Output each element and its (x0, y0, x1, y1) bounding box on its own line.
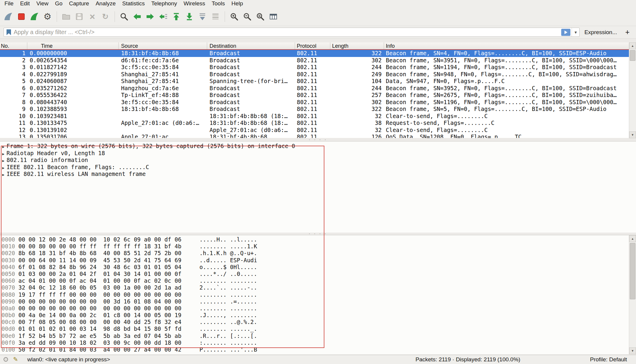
expander-icon[interactable] (0, 164, 7, 171)
detail-item[interactable]: IEEE 802.11 wireless LAN management fram… (0, 171, 636, 178)
scrollbar-thumb[interactable] (630, 50, 635, 61)
close-file-button[interactable]: × (86, 9, 99, 24)
bookmark-icon[interactable] (7, 29, 11, 35)
go-last-button[interactable] (183, 9, 196, 24)
pane-splitter[interactable] (0, 233, 636, 235)
detail-item[interactable]: Frame 1: 322 bytes on wire (2576 bits), … (0, 143, 636, 150)
hex-row[interactable]: 0060ac 04 01 00 00 0f ac 04 01 00 00 0f … (0, 277, 636, 284)
expander-icon[interactable] (0, 150, 7, 157)
hex-row[interactable]: 00f03a ed dd 09 00 10 18 02 03 00 9c 00 … (0, 339, 636, 346)
reload-file-button[interactable]: ↻ (99, 9, 112, 24)
column-header-protocol[interactable]: Protocol (295, 42, 330, 50)
detail-item[interactable]: Radiotap Header v0, Length 18 (0, 150, 636, 157)
column-header-length[interactable]: Length (330, 42, 384, 50)
hex-row[interactable]: 005001 03 00 00 2a 01 04 2f 01 04 30 14 … (0, 271, 636, 277)
scroll-up-button[interactable] (629, 235, 636, 242)
expression-button[interactable]: Expression... (580, 29, 622, 36)
scroll-down-button[interactable] (629, 131, 636, 138)
open-file-button[interactable] (60, 9, 73, 24)
go-forward-button[interactable] (144, 9, 157, 24)
colorize-button[interactable] (209, 9, 222, 24)
hex-row[interactable]: 008019 17 ff ff ff 00 00 00 00 00 00 00 … (0, 291, 636, 298)
hex-row[interactable]: 010050 f2 02 01 01 84 00 03 a4 00 00 27 … (0, 346, 636, 353)
hex-row[interactable]: 00208b 68 18 31 bf 4b 8b 68 40 00 85 51 … (0, 250, 636, 257)
menu-item-telephony[interactable]: Telephony (148, 0, 180, 7)
menu-item-tools[interactable]: Tools (208, 0, 228, 7)
cell-info: Data, SN=947, FN=0, Flags=.p....F.C (384, 78, 629, 85)
detail-item[interactable]: 802.11 radio information (0, 157, 636, 164)
scrollbar-thumb[interactable] (630, 243, 635, 299)
hex-row[interactable]: 00b000 4a 0e 14 00 0a 00 2c 01 c8 00 14 … (0, 312, 636, 319)
menu-item-go[interactable]: Go (52, 0, 66, 7)
packet-row-8[interactable]: 80.0804437403e:f5:cc:0e:35:84Broadcast80… (0, 99, 629, 106)
menu-item-capture[interactable]: Capture (66, 0, 93, 7)
packet-row-2[interactable]: 20.002654354d6:61:fe:cd:7a:6eBroadcast80… (0, 57, 629, 64)
find-packet-button[interactable] (118, 9, 131, 24)
column-header-info[interactable]: Info (384, 42, 629, 50)
apply-filter-button[interactable] (561, 29, 570, 36)
packet-row-12[interactable]: 120.130139102Apple_27:01:ac (d0:a6:…802.… (0, 127, 629, 134)
hex-bytes: 00 00 80 00 00 00 ff ff ff ff ff ff 18 3… (18, 243, 199, 250)
hex-row[interactable]: 007032 04 0c 12 18 60 0b 05 03 00 1a 00 … (0, 284, 636, 291)
packet-row-3[interactable]: 30.0118271423c:f5:cc:0e:35:84Broadcast80… (0, 64, 629, 71)
display-filter-combo[interactable] (4, 28, 580, 37)
capture-options-button[interactable]: ⚙ (41, 9, 54, 24)
hex-row[interactable]: 00406f 01 08 82 84 8b 96 24 30 48 6c 03 … (0, 264, 636, 271)
hex-row[interactable]: 003000 00 64 00 11 14 00 09 45 53 50 2d … (0, 257, 636, 264)
menu-item-statistics[interactable]: Statistics (119, 0, 148, 7)
expander-icon[interactable] (0, 143, 7, 150)
column-header-time[interactable]: Time (27, 42, 119, 50)
detail-item[interactable]: IEEE 802.11 Beacon frame, Flags: .......… (0, 164, 636, 171)
column-header-no[interactable]: No. (0, 42, 27, 50)
add-filter-button[interactable]: + (622, 28, 633, 36)
detail-label: Radiotap Header v0, Length 18 (7, 150, 105, 157)
capture-comment-icon[interactable] (13, 356, 18, 363)
stop-capture-button[interactable] (15, 9, 28, 24)
packet-row-6[interactable]: 60.035271262Hangzhou_cd:7a:6eBroadcast80… (0, 85, 629, 92)
filter-history-dropdown-button[interactable] (572, 28, 579, 36)
hex-row[interactable]: 00d001 01 01 02 01 00 03 14 98 d8 bd b4 … (0, 325, 636, 332)
hex-row[interactable]: 00a000 00 00 00 00 00 00 00 00 00 00 00 … (0, 305, 636, 312)
profile-selector[interactable]: Profile: Default (590, 356, 627, 363)
column-header-destination[interactable]: Destination (207, 42, 295, 50)
zoom-in-button[interactable] (228, 9, 241, 24)
hex-row[interactable]: 00c000 7f 08 05 00 08 00 00 00 00 40 dd … (0, 319, 636, 325)
packet-row-11[interactable]: 110.130133475Apple_27:01:ac (d0:a6:…18:3… (0, 120, 629, 127)
go-first-button[interactable] (170, 9, 183, 24)
menu-item-help[interactable]: Help (228, 0, 246, 7)
expander-icon[interactable] (0, 171, 7, 178)
hex-row[interactable]: 009000 00 00 00 00 00 00 00 00 3d 16 01 … (0, 298, 636, 305)
hex-row[interactable]: 000000 00 12 00 2e 48 00 00 10 02 6c 09 … (0, 236, 636, 243)
zoom-original-button[interactable] (254, 9, 267, 24)
hex-dump-scrollbar[interactable] (629, 235, 636, 354)
expander-icon[interactable] (0, 157, 7, 164)
go-to-packet-button[interactable] (157, 9, 170, 24)
packet-row-5[interactable]: 50.024060087Shanghai_27:85:41Spanning-tr… (0, 78, 629, 85)
pane-splitter[interactable] (0, 138, 636, 141)
packet-row-4[interactable]: 40.022799189Shanghai_27:85:41Broadcast80… (0, 71, 629, 78)
hex-row[interactable]: 00e01f 52 b4 b5 b7 72 ae e5 5b ab 3a ed … (0, 333, 636, 339)
menu-item-edit[interactable]: Edit (17, 0, 33, 7)
menu-item-file[interactable]: File (1, 0, 17, 7)
packet-row-1[interactable]: 10.00000000018:31:bf:4b:8b:68Broadcast80… (0, 50, 629, 57)
packet-list-scrollbar[interactable] (629, 42, 636, 138)
scroll-down-button[interactable] (629, 347, 636, 354)
hex-row[interactable]: 001000 00 80 00 00 00 ff ff ff ff ff ff … (0, 243, 636, 250)
go-back-icon (133, 12, 142, 21)
menu-item-analyze[interactable]: Analyze (92, 0, 119, 7)
resize-columns-button[interactable] (267, 9, 280, 24)
menu-item-view[interactable]: View (33, 0, 52, 7)
menu-item-wireless[interactable]: Wireless (180, 0, 208, 7)
auto-scroll-button[interactable] (196, 9, 209, 24)
packet-row-7[interactable]: 70.055536422Tp-LinkT_ef:48:88Broadcast80… (0, 92, 629, 99)
scroll-up-button[interactable] (629, 42, 636, 49)
restart-capture-button[interactable] (28, 9, 41, 24)
save-file-button[interactable] (73, 9, 86, 24)
go-back-button[interactable] (131, 9, 144, 24)
start-capture-button[interactable] (2, 9, 15, 24)
zoom-out-button[interactable] (241, 9, 254, 24)
packet-row-10[interactable]: 100.10392348118:31:bf:4b:8b:68 (18:…802.… (0, 113, 629, 120)
display-filter-input[interactable] (14, 29, 560, 36)
column-header-source[interactable]: Source (119, 42, 207, 50)
packet-row-9[interactable]: 90.10238859318:31:bf:4b:8b:68Broadcast80… (0, 106, 629, 113)
